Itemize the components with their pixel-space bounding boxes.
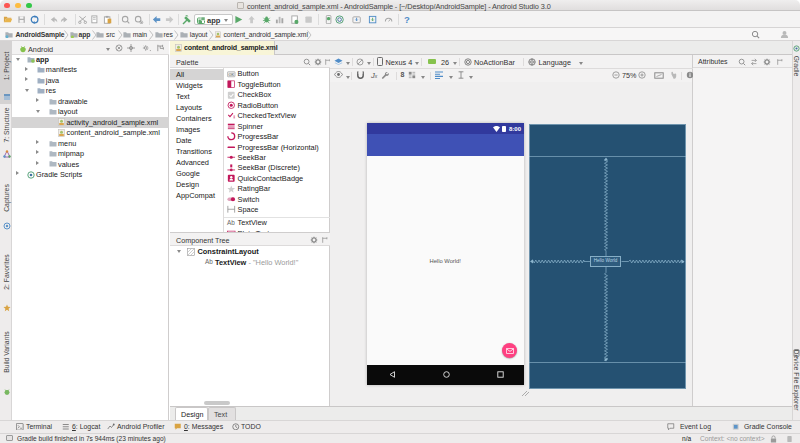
svg-text:OK: OK <box>228 73 234 77</box>
